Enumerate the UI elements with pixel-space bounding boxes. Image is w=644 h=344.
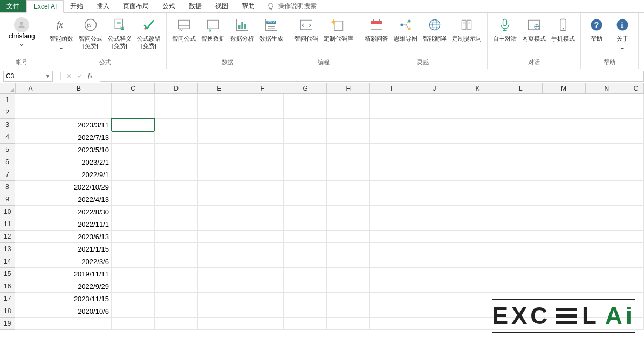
cell[interactable] <box>585 206 628 218</box>
cell[interactable] <box>241 218 284 231</box>
fx-icon[interactable]: fx <box>88 72 93 80</box>
cell[interactable] <box>370 131 413 144</box>
account-button[interactable]: chrisfang ⌄ <box>3 14 40 51</box>
row-header[interactable]: 4 <box>0 131 15 144</box>
cell[interactable] <box>542 144 585 156</box>
cell[interactable] <box>542 181 585 193</box>
cell[interactable] <box>327 94 370 106</box>
cell[interactable] <box>155 243 198 255</box>
cell[interactable] <box>284 119 327 131</box>
cell[interactable] <box>198 231 241 243</box>
cell[interactable] <box>112 280 155 293</box>
cell[interactable] <box>327 268 370 280</box>
cell[interactable] <box>284 293 327 305</box>
row-header[interactable]: 8 <box>0 181 15 193</box>
cell[interactable] <box>198 119 241 131</box>
cell[interactable] <box>155 231 198 243</box>
cell[interactable] <box>499 131 543 144</box>
cell[interactable] <box>542 206 585 218</box>
cell[interactable] <box>241 305 284 318</box>
cell[interactable] <box>413 231 456 243</box>
cell[interactable] <box>456 131 499 144</box>
cell[interactable] <box>284 106 327 119</box>
cell[interactable] <box>112 231 155 243</box>
cell[interactable] <box>198 193 241 206</box>
tab-page-layout[interactable]: 页面布局 <box>117 0 156 12</box>
cell[interactable] <box>413 206 456 218</box>
cell[interactable] <box>284 144 327 156</box>
name-box[interactable]: C3 ▼ <box>3 71 53 82</box>
cell[interactable] <box>284 305 327 318</box>
cell[interactable] <box>542 119 585 131</box>
cell[interactable] <box>327 280 370 293</box>
cell[interactable] <box>241 255 284 268</box>
cell[interactable] <box>542 156 585 168</box>
cell[interactable] <box>413 106 456 119</box>
cell[interactable] <box>112 305 155 318</box>
cell[interactable] <box>284 255 327 268</box>
cell[interactable] <box>241 181 284 193</box>
cell[interactable] <box>241 231 284 243</box>
cell[interactable] <box>585 231 628 243</box>
cell[interactable] <box>413 218 456 231</box>
cell[interactable] <box>628 131 644 144</box>
cell[interactable] <box>112 206 155 218</box>
cell[interactable] <box>499 280 543 293</box>
cell[interactable] <box>499 255 543 268</box>
cell[interactable] <box>327 156 370 168</box>
cell[interactable] <box>284 318 327 330</box>
cell[interactable] <box>585 168 628 181</box>
mobile-mode-button[interactable]: 手机模式 <box>549 14 577 42</box>
cell[interactable]: 2023/11/15 <box>46 293 112 305</box>
cell[interactable] <box>628 218 644 231</box>
cell[interactable]: 2019/11/11 <box>46 268 112 280</box>
row-header[interactable]: 11 <box>0 218 15 231</box>
cell[interactable] <box>15 231 46 243</box>
cell[interactable] <box>112 144 155 156</box>
cell[interactable] <box>628 168 644 181</box>
cell[interactable] <box>628 106 644 119</box>
cell[interactable] <box>112 131 155 144</box>
cell[interactable] <box>198 268 241 280</box>
cell[interactable]: 2022/9/29 <box>46 280 112 293</box>
row-header[interactable]: 16 <box>0 280 15 293</box>
cell[interactable] <box>499 231 543 243</box>
cell[interactable] <box>628 280 644 293</box>
cell[interactable] <box>542 193 585 206</box>
cell[interactable] <box>112 268 155 280</box>
formula-input[interactable] <box>100 71 644 82</box>
row-header[interactable]: 14 <box>0 255 15 268</box>
cell[interactable] <box>456 218 499 231</box>
confirm-icon[interactable]: ✓ <box>77 72 83 80</box>
cell[interactable] <box>327 119 370 131</box>
column-header[interactable]: I <box>370 83 413 94</box>
cell[interactable] <box>542 131 585 144</box>
ask-formula-button[interactable]: fx 智问公式 [免费] <box>77 14 105 50</box>
cell[interactable] <box>46 318 112 330</box>
cell[interactable] <box>542 243 585 255</box>
cell[interactable] <box>370 193 413 206</box>
ask-code-button[interactable]: 智问代码 <box>292 14 320 42</box>
tell-me-search[interactable]: 操作说明搜索 <box>262 0 322 12</box>
cell[interactable]: 2021/1/15 <box>46 243 112 255</box>
swap-data-button[interactable]: 智换数据 <box>199 14 227 42</box>
cell[interactable] <box>499 268 543 280</box>
cell[interactable] <box>456 144 499 156</box>
cell[interactable] <box>15 206 46 218</box>
cell[interactable] <box>456 206 499 218</box>
cell[interactable] <box>284 231 327 243</box>
cell[interactable] <box>241 206 284 218</box>
cell[interactable] <box>198 293 241 305</box>
column-header[interactable]: C <box>628 83 644 94</box>
cell[interactable] <box>499 106 543 119</box>
cell[interactable] <box>413 193 456 206</box>
cell[interactable] <box>456 231 499 243</box>
cell[interactable] <box>155 293 198 305</box>
cell[interactable] <box>542 280 585 293</box>
cell[interactable] <box>542 231 585 243</box>
cell[interactable] <box>284 181 327 193</box>
cell[interactable]: 2023/5/10 <box>46 144 112 156</box>
tab-file[interactable]: 文件 <box>0 0 26 12</box>
cell[interactable] <box>112 156 155 168</box>
cell[interactable] <box>542 106 585 119</box>
